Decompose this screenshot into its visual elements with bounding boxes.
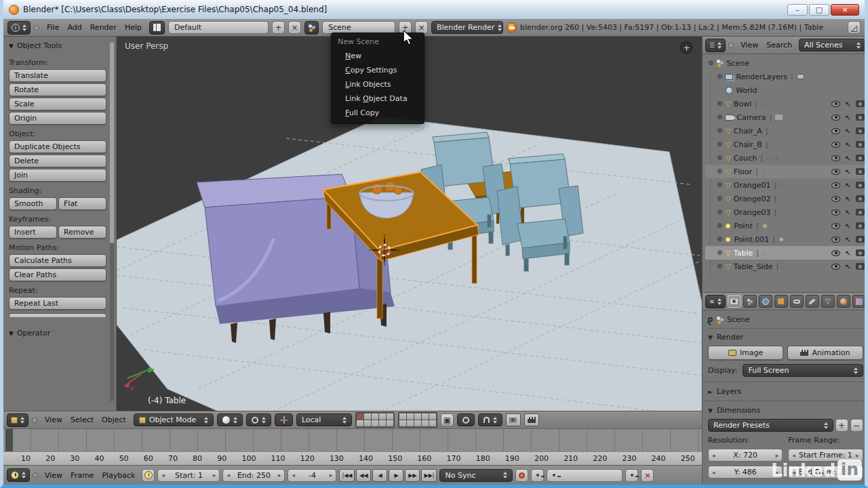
header-collapse-dot[interactable] — [34, 25, 39, 30]
window-resize-grip-icon[interactable]: ◿ — [848, 21, 861, 34]
toolshelf-scrollbar[interactable] — [110, 42, 114, 401]
menu-object[interactable]: Object — [98, 414, 130, 426]
outliner-item-chair-b[interactable]: ⊕▽Chair_B|∴↖ — [705, 138, 867, 151]
expand-icon[interactable]: ⊕ — [717, 127, 722, 134]
layer-cell[interactable] — [422, 420, 429, 426]
translate-button[interactable]: Translate — [9, 69, 106, 82]
expand-icon[interactable]: ⊕ — [717, 222, 722, 229]
object-tab[interactable] — [774, 295, 788, 308]
rotate-button[interactable]: Rotate — [9, 83, 106, 96]
layer-cell[interactable] — [387, 420, 393, 426]
dimensions-panel-header[interactable]: ▼Dimensions — [708, 406, 863, 415]
menu-item-full-copy[interactable]: Full Copy — [332, 106, 424, 120]
render-opengl-button[interactable] — [506, 413, 521, 426]
outliner-item-couch[interactable]: ⊕▽Couch|∴∷↖ — [705, 151, 867, 165]
add-layout-button[interactable]: + — [272, 21, 285, 34]
scene-icon-button[interactable] — [304, 21, 319, 35]
scale-button[interactable]: Scale — [9, 98, 106, 110]
layer-cell[interactable] — [379, 420, 386, 426]
keying-mode-button[interactable] — [531, 469, 544, 482]
renderable-camera-icon[interactable] — [856, 100, 865, 107]
renderable-camera-icon[interactable] — [856, 182, 865, 188]
lock-layers-button[interactable]: ▣ — [441, 413, 454, 426]
object-tools-panel-header[interactable]: ▼ Object Tools — [9, 41, 106, 50]
renderable-camera-icon[interactable] — [856, 249, 865, 256]
smooth-button[interactable]: Smooth — [9, 197, 57, 210]
expand-icon[interactable]: ⊕ — [717, 236, 722, 243]
render-image-button[interactable]: Image — [708, 346, 783, 360]
floor[interactable] — [117, 117, 702, 411]
insert-button[interactable]: Insert — [9, 226, 57, 239]
play-reverse-button[interactable]: ◀ — [372, 469, 387, 482]
expand-icon[interactable]: ⊕ — [717, 155, 722, 161]
render-panel-header[interactable]: ▼Render — [708, 333, 863, 342]
timeline[interactable]: 1020304050607080901001101201301401501601… — [3, 428, 702, 465]
current-frame-marker[interactable] — [5, 429, 13, 451]
expand-icon[interactable]: ⊕ — [717, 209, 722, 216]
outliner-item-chair-a[interactable]: ⊕▽Chair_A|∴↖ — [705, 124, 867, 138]
play-button[interactable]: ▶ — [389, 469, 403, 482]
material-tab[interactable] — [837, 295, 850, 308]
next-keyframe-button[interactable]: ▶▶ — [405, 469, 420, 482]
menu-item-copy-settings[interactable]: Copy Settings — [332, 63, 424, 77]
auto-keyframe-button[interactable] — [515, 469, 528, 482]
insert-keyframe-button[interactable] — [625, 469, 638, 482]
menu-view[interactable]: View — [41, 470, 66, 481]
delete-button[interactable]: Delete — [9, 155, 106, 167]
visibility-eye-icon[interactable] — [831, 182, 840, 188]
menu-item-link-objects[interactable]: Link Objects — [332, 77, 424, 92]
add-preset-button[interactable]: + — [835, 419, 848, 432]
visibility-eye-icon[interactable] — [831, 264, 840, 270]
selectable-cursor-icon[interactable]: ↖ — [845, 114, 850, 121]
renderable-camera-icon[interactable] — [856, 236, 865, 243]
expand-icon[interactable]: ⊕ — [717, 182, 722, 188]
layer-cell[interactable] — [429, 413, 436, 420]
remove-button[interactable]: Remove — [58, 226, 106, 239]
editor-type-selector[interactable] — [7, 413, 28, 427]
delete-keyframe-button[interactable]: × — [641, 469, 654, 482]
header-collapse-dot[interactable] — [728, 43, 734, 48]
layer-cell[interactable] — [422, 413, 429, 420]
renderable-camera-icon[interactable] — [856, 263, 865, 270]
layer-cell[interactable] — [357, 413, 363, 420]
renderable-camera-icon[interactable] — [856, 209, 865, 216]
selectable-cursor-icon[interactable]: ↖ — [845, 222, 850, 230]
selectable-cursor-icon[interactable]: ↖ — [845, 100, 850, 108]
layers-grid[interactable] — [355, 412, 395, 428]
minimize-button[interactable]: – — [787, 4, 808, 16]
jump-to-start-button[interactable]: |◀◀ — [339, 469, 355, 482]
expand-icon[interactable]: ⊕ — [708, 60, 713, 66]
layer-cell[interactable] — [357, 420, 363, 426]
menu-file[interactable]: File — [43, 22, 63, 33]
scene-tab[interactable] — [743, 295, 757, 308]
flat-button[interactable]: Flat — [58, 197, 106, 210]
data-tab[interactable]: ▽ — [821, 295, 835, 308]
proportional-edit-select[interactable] — [457, 413, 475, 426]
visibility-eye-icon[interactable] — [831, 196, 840, 202]
screen-layout-field[interactable]: Default — [168, 21, 269, 34]
layer-cell[interactable] — [364, 420, 371, 426]
outliner-item-orange02[interactable]: ⊕▽Orange02|∴↖ — [705, 192, 867, 205]
duplicate-objects-button[interactable]: Duplicate Objects — [9, 140, 106, 153]
editor-type-selector[interactable]: ≡ — [705, 295, 726, 308]
clipped-button[interactable] — [9, 313, 106, 317]
editor-type-selector[interactable]: ☰ — [705, 39, 726, 52]
viewport-shading-select[interactable] — [217, 413, 243, 426]
expand-icon[interactable]: ⊕ — [717, 195, 722, 202]
render-engine-select[interactable]: Blender Render — [431, 21, 503, 34]
layer-cell[interactable] — [379, 413, 386, 420]
layer-cell[interactable] — [372, 413, 378, 420]
scrollbar-thumb[interactable] — [110, 42, 114, 243]
selectable-cursor-icon[interactable]: ↖ — [845, 195, 850, 203]
snap-toggle[interactable] — [478, 413, 502, 426]
menu-render[interactable]: Render — [86, 22, 121, 33]
jump-to-end-button[interactable]: ▶▶| — [421, 469, 437, 482]
menu-search[interactable]: Search — [762, 39, 796, 51]
texture-tab[interactable] — [852, 295, 866, 308]
editor-type-selector[interactable]: i — [7, 21, 31, 35]
outliner-item-point[interactable]: ⊕Point|✳↖ — [705, 219, 867, 232]
remove-preset-button[interactable]: − — [850, 419, 863, 432]
menu-add[interactable]: Add — [63, 22, 85, 33]
visibility-eye-icon[interactable] — [831, 101, 840, 107]
outliner-item-point-001[interactable]: ⊕Point.001|✳↖ — [705, 232, 867, 246]
